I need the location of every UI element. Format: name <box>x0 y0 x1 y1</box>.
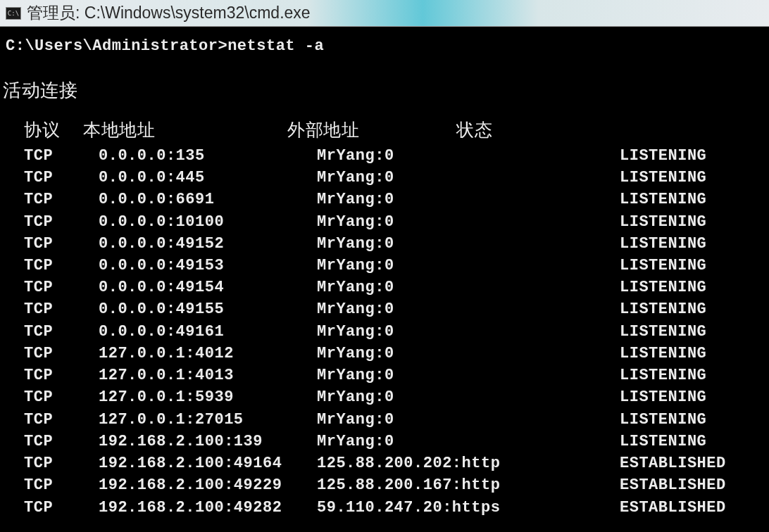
cell-local-address: 0.0.0.0:49153 <box>99 255 317 277</box>
command-text: netstat -a <box>227 37 324 55</box>
cell-foreign-address: 125.88.200.202:http <box>317 452 620 474</box>
table-row: TCP0.0.0.0:49153MrYang:0LISTENING <box>24 255 763 277</box>
cell-foreign-address: MrYang:0 <box>317 189 620 210</box>
cell-foreign-address: MrYang:0 <box>317 365 620 386</box>
cell-foreign-address: MrYang:0 <box>317 167 620 189</box>
header-state: 状态 <box>456 117 763 142</box>
cell-protocol: TCP <box>24 189 99 210</box>
table-row: TCP127.0.0.1:4012MrYang:0LISTENING <box>24 343 763 365</box>
table-row: TCP0.0.0.0:135MrYang:0LISTENING <box>24 145 763 167</box>
header-foreign-address: 外部地址 <box>287 117 456 142</box>
cell-foreign-address: MrYang:0 <box>317 431 620 452</box>
cell-foreign-address: MrYang:0 <box>317 343 620 365</box>
cmd-icon: C:\ <box>6 7 21 20</box>
table-row: TCP127.0.0.1:5939MrYang:0LISTENING <box>24 386 763 408</box>
cell-protocol: TCP <box>24 255 99 277</box>
cell-state: LISTENING <box>620 409 763 431</box>
table-row: TCP0.0.0.0:6691MrYang:0LISTENING <box>24 189 763 210</box>
cell-local-address: 0.0.0.0:10100 <box>99 211 317 233</box>
table-row: TCP0.0.0.0:445MrYang:0LISTENING <box>24 167 763 189</box>
cell-foreign-address: MrYang:0 <box>317 277 620 298</box>
table-row: TCP127.0.0.1:4013MrYang:0LISTENING <box>24 365 763 386</box>
cell-local-address: 127.0.0.1:4013 <box>99 365 317 386</box>
terminal-area[interactable]: C:\Users\Administrator>netstat -a 活动连接 协… <box>0 27 769 532</box>
cell-protocol: TCP <box>24 321 99 343</box>
table-body: TCP0.0.0.0:135MrYang:0LISTENINGTCP0.0.0.… <box>24 145 763 519</box>
cell-state: LISTENING <box>620 386 763 408</box>
cell-local-address: 0.0.0.0:49152 <box>99 233 317 255</box>
window-title: 管理员: C:\Windows\system32\cmd.exe <box>27 2 311 24</box>
prompt-line: C:\Users\Administrator>netstat -a <box>6 35 763 58</box>
table-row: TCP0.0.0.0:10100MrYang:0LISTENING <box>24 211 763 233</box>
cell-state: ESTABLISHED <box>620 474 763 496</box>
cell-local-address: 192.168.2.100:49282 <box>99 497 317 519</box>
cell-local-address: 192.168.2.100:49229 <box>99 474 317 496</box>
cell-foreign-address: MrYang:0 <box>317 386 620 408</box>
cell-protocol: TCP <box>24 474 99 496</box>
header-protocol: 协议 <box>24 117 83 142</box>
cell-state: LISTENING <box>620 211 763 233</box>
table-row: TCP0.0.0.0:49155MrYang:0LISTENING <box>24 298 763 320</box>
cell-local-address: 0.0.0.0:135 <box>99 145 317 167</box>
cell-protocol: TCP <box>24 233 99 255</box>
table-row: TCP192.168.2.100:49229125.88.200.167:htt… <box>24 474 763 496</box>
cell-local-address: 0.0.0.0:445 <box>99 167 317 189</box>
cell-local-address: 192.168.2.100:49164 <box>99 452 317 474</box>
cell-protocol: TCP <box>24 211 99 233</box>
cell-state: LISTENING <box>620 298 763 320</box>
cell-foreign-address: MrYang:0 <box>317 211 620 233</box>
cell-protocol: TCP <box>24 277 99 298</box>
cmd-window: C:\ 管理员: C:\Windows\system32\cmd.exe C:\… <box>0 0 769 532</box>
table-row: TCP0.0.0.0:49161MrYang:0LISTENING <box>24 321 763 343</box>
cell-state: ESTABLISHED <box>620 497 763 519</box>
table-row: TCP0.0.0.0:49154MrYang:0LISTENING <box>24 277 763 298</box>
cell-state: LISTENING <box>620 321 763 343</box>
cell-protocol: TCP <box>24 298 99 320</box>
cell-protocol: TCP <box>24 497 99 519</box>
cell-foreign-address: MrYang:0 <box>317 145 620 167</box>
section-title: 活动连接 <box>3 77 763 104</box>
cell-foreign-address: MrYang:0 <box>317 321 620 343</box>
cell-local-address: 0.0.0.0:6691 <box>99 189 317 210</box>
cell-foreign-address: 59.110.247.20:https <box>317 497 620 519</box>
table-row: TCP0.0.0.0:49152MrYang:0LISTENING <box>24 233 763 255</box>
cell-protocol: TCP <box>24 365 99 386</box>
cell-state: ESTABLISHED <box>620 452 763 474</box>
cell-protocol: TCP <box>24 409 99 431</box>
title-bar[interactable]: C:\ 管理员: C:\Windows\system32\cmd.exe <box>0 0 769 27</box>
cell-protocol: TCP <box>24 452 99 474</box>
cell-local-address: 0.0.0.0:49161 <box>99 321 317 343</box>
cell-local-address: 127.0.0.1:4012 <box>99 343 317 365</box>
cell-local-address: 127.0.0.1:5939 <box>99 386 317 408</box>
cell-foreign-address: MrYang:0 <box>317 409 620 431</box>
cell-protocol: TCP <box>24 145 99 167</box>
table-headers: 协议 本地地址 外部地址 状态 <box>24 117 763 142</box>
cell-foreign-address: MrYang:0 <box>317 298 620 320</box>
cell-protocol: TCP <box>24 167 99 189</box>
cell-state: LISTENING <box>620 167 763 189</box>
cell-state: LISTENING <box>620 365 763 386</box>
prompt-text: C:\Users\Administrator> <box>6 37 227 55</box>
table-row: TCP192.168.2.100:4928259.110.247.20:http… <box>24 497 763 519</box>
cell-local-address: 0.0.0.0:49155 <box>99 298 317 320</box>
header-local-address: 本地地址 <box>83 117 287 142</box>
cell-foreign-address: MrYang:0 <box>317 255 620 277</box>
cell-state: LISTENING <box>620 431 763 452</box>
cell-foreign-address: 125.88.200.167:http <box>317 474 620 496</box>
cell-state: LISTENING <box>620 145 763 167</box>
cell-state: LISTENING <box>620 233 763 255</box>
table-row: TCP127.0.0.1:27015MrYang:0LISTENING <box>24 409 763 431</box>
cell-state: LISTENING <box>620 189 763 210</box>
table-row: TCP192.168.2.100:139MrYang:0LISTENING <box>24 431 763 452</box>
cell-local-address: 127.0.0.1:27015 <box>99 409 317 431</box>
cell-state: LISTENING <box>620 255 763 277</box>
cell-state: LISTENING <box>620 343 763 365</box>
table-row: TCP192.168.2.100:49164125.88.200.202:htt… <box>24 452 763 474</box>
cell-local-address: 0.0.0.0:49154 <box>99 277 317 298</box>
cell-protocol: TCP <box>24 343 99 365</box>
cell-foreign-address: MrYang:0 <box>317 233 620 255</box>
cell-local-address: 192.168.2.100:139 <box>99 431 317 452</box>
cell-protocol: TCP <box>24 431 99 452</box>
cell-protocol: TCP <box>24 386 99 408</box>
cell-state: LISTENING <box>620 277 763 298</box>
